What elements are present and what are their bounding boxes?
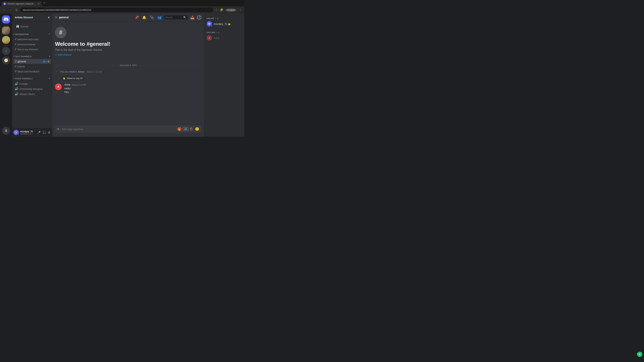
server-header[interactable]: Artists Discord ∨ bbox=[12, 13, 52, 21]
events-icon: 📅 bbox=[16, 25, 19, 28]
gif-btn[interactable]: GIF bbox=[183, 127, 188, 131]
settings-icon[interactable]: ⚙ bbox=[48, 60, 50, 63]
deafen-btn[interactable]: 🎧 bbox=[42, 130, 46, 135]
edit-icon: ✏ bbox=[55, 53, 57, 56]
star-btn[interactable]: ☆ bbox=[214, 8, 218, 12]
server-icon-artists[interactable] bbox=[2, 26, 10, 34]
online-status-dot bbox=[17, 134, 19, 135]
channel-welcome-and-rules[interactable]: # welcome-and-rules bbox=[14, 37, 51, 42]
mute-btn[interactable]: 🎤 bbox=[36, 130, 41, 135]
chevron-icon: ▾ bbox=[14, 33, 14, 35]
category-voice-channels-label[interactable]: ▾ VOICE CHANNELS bbox=[14, 78, 33, 80]
server-divider-2 bbox=[3, 45, 9, 45]
tab-favicon: D bbox=[3, 2, 6, 5]
help-btn[interactable]: ? bbox=[197, 15, 201, 19]
user-controls: 🎤 🎧 ⚙ bbox=[36, 130, 51, 135]
members-btn[interactable]: 👥 bbox=[157, 15, 162, 20]
message-avatar-anna: A bbox=[55, 83, 62, 90]
user-avatar: M bbox=[14, 130, 19, 135]
online-section-label: ONLINE — 1 bbox=[205, 16, 243, 20]
user-info: moodjoy_71 moodjoy71_0... bbox=[20, 130, 35, 135]
channel-this-is-my-channel[interactable]: # this-is-my-channel bbox=[14, 47, 51, 52]
message-header: Anna Today at 1:13 AM bbox=[64, 83, 201, 86]
channel-ideas[interactable]: # ideas-and-feedback bbox=[14, 69, 51, 74]
member-name-moodjoy: moodjoy_71 👑 bbox=[214, 22, 230, 25]
server-icon-2[interactable] bbox=[2, 36, 10, 44]
server-dropdown-icon: ∨ bbox=[48, 16, 50, 19]
add-channel-btn-text[interactable]: + bbox=[48, 55, 51, 58]
category-text-channels-label[interactable]: ▾ TEXT CHANNELS bbox=[14, 55, 32, 57]
message-1: A Anna Today at 1:13 AM Hello! Hey bbox=[52, 82, 204, 94]
gift-btn[interactable]: 🎁 bbox=[177, 126, 182, 132]
discord-home-icon[interactable] bbox=[2, 15, 10, 23]
menu-btn[interactable]: ⋮ bbox=[238, 8, 242, 12]
discord-app: + 🧭 ⬇ Artists Discord ∨ 📅 Events ▾ INFOR… bbox=[0, 13, 244, 137]
events-label: Events bbox=[21, 25, 28, 28]
channel-name-lounge: Lounge bbox=[20, 82, 50, 85]
hash-icon: # bbox=[15, 37, 16, 41]
emoji-btn[interactable]: 😊 bbox=[194, 126, 200, 132]
profile-btn[interactable]: Incognito bbox=[225, 8, 237, 12]
search-input[interactable] bbox=[166, 16, 182, 18]
tab-close-btn[interactable]: ✕ bbox=[38, 2, 40, 5]
download-btn[interactable]: ⬇ bbox=[2, 127, 10, 135]
channel-name-ideas: ideas-and-feedback bbox=[18, 70, 50, 73]
input-add-btn[interactable]: + bbox=[56, 126, 61, 132]
bookmark-btn[interactable]: 📎 bbox=[149, 15, 155, 20]
channel-welcome: # Welcome to #general! This is the start… bbox=[52, 24, 204, 61]
browser-actions: ☆ 🧩 Incognito ⋮ bbox=[214, 8, 242, 12]
search-bar-container[interactable]: 🔍 bbox=[164, 15, 188, 19]
search-icon: 🔍 bbox=[183, 16, 186, 19]
channel-announcements[interactable]: # announcements bbox=[14, 42, 51, 47]
channel-stream-room[interactable]: 🔊 Stream Room bbox=[14, 91, 51, 96]
message-timestamp: Today at 1:13 AM bbox=[72, 84, 86, 86]
extension-btn[interactable]: 🧩 bbox=[219, 8, 224, 12]
channel-general[interactable]: # general 👤+ ⚙ bbox=[14, 59, 51, 64]
channel-community-hangout[interactable]: 🔊 Community Hangout bbox=[14, 86, 51, 91]
browser-tab[interactable]: D Discord | #general | Artists Disco... … bbox=[1, 1, 42, 6]
message-line-1: Hello! bbox=[64, 87, 201, 90]
channel-name-stream: Stream Room bbox=[20, 93, 50, 95]
channel-header: # general 📌 🔔 📎 👥 🔍 📥 ? bbox=[52, 13, 204, 21]
hash-icon-6: # bbox=[15, 70, 16, 73]
edit-channel-btn[interactable]: ✏ Edit Channel bbox=[55, 53, 72, 56]
user-settings-btn[interactable]: ⚙ bbox=[47, 130, 51, 135]
forward-btn[interactable]: → bbox=[8, 7, 13, 12]
member-anna[interactable]: A Anna bbox=[205, 34, 243, 41]
channel-list: 📅 Events ▾ INFORMATION + # welcome-and-r… bbox=[12, 21, 52, 128]
channel-events[interactable]: # events bbox=[14, 64, 51, 69]
address-input[interactable] bbox=[20, 7, 213, 12]
tab-bar: D Discord | #general | Artists Disco... … bbox=[0, 0, 244, 6]
new-tab-btn[interactable]: + bbox=[42, 1, 46, 5]
server-list: + 🧭 ⬇ bbox=[0, 13, 12, 137]
add-channel-btn-voice[interactable]: + bbox=[48, 77, 51, 80]
add-member-icon[interactable]: 👤+ bbox=[42, 60, 47, 63]
member-moodjoy[interactable]: M moodjoy_71 👑 bbox=[205, 20, 243, 27]
add-channel-btn-information[interactable]: + bbox=[48, 32, 51, 36]
message-input-container: + 🎁 GIF 🗒 😊 bbox=[55, 125, 201, 133]
member-avatar-moodjoy: M bbox=[206, 21, 212, 26]
pin-btn[interactable]: 📌 bbox=[134, 15, 140, 20]
message-input-field[interactable] bbox=[62, 126, 176, 132]
channel-name-2: announcements bbox=[18, 43, 50, 46]
date-divider: December 8, 2023 bbox=[52, 61, 204, 69]
channel-header-name: general bbox=[59, 16, 68, 19]
channel-lounge[interactable]: 🔊 Lounge bbox=[14, 81, 51, 86]
address-bar-row: ← → ↻ ☆ 🧩 Incognito ⋮ bbox=[0, 6, 244, 13]
sticker-btn[interactable]: 🗒 bbox=[189, 126, 194, 132]
bell-btn[interactable]: 🔔 bbox=[142, 15, 147, 20]
events-item[interactable]: 📅 Events bbox=[14, 23, 51, 29]
add-server-btn[interactable]: + bbox=[2, 47, 10, 55]
back-btn[interactable]: ← bbox=[2, 7, 7, 12]
member-name-anna: Anna bbox=[214, 36, 220, 39]
discover-btn[interactable]: 🧭 bbox=[2, 56, 10, 64]
reload-btn[interactable]: ↻ bbox=[14, 7, 19, 12]
wave-btn[interactable]: 👋 Wave to say hi! bbox=[60, 75, 85, 81]
chevron-icon-2: ▾ bbox=[14, 55, 14, 57]
inbox-btn[interactable]: 📥 bbox=[190, 15, 195, 20]
messages-area[interactable]: # Welcome to #general! This is the start… bbox=[52, 21, 204, 125]
message-author: Anna bbox=[64, 83, 70, 86]
user-tag: moodjoy71_0... bbox=[20, 133, 35, 135]
system-arrow-icon: → bbox=[55, 70, 58, 73]
category-information-label[interactable]: ▾ INFORMATION bbox=[14, 33, 29, 35]
